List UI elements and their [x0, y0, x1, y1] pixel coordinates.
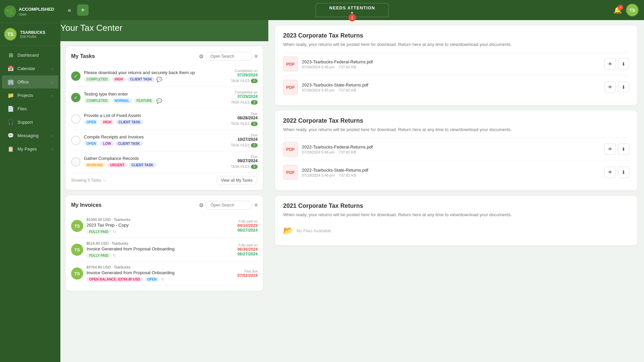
task-files: TASK FILES 0	[214, 143, 258, 147]
sidebar-item-projects[interactable]: 📁 Projects ›	[2, 89, 58, 102]
chevron-right-icon: ›	[52, 134, 53, 138]
table-row: Gather Compliance Records WORKING URGENT…	[71, 151, 258, 173]
filter-icon[interactable]: ⚙	[199, 202, 204, 208]
list-item: TS $1040.00 USD · Tsarbucks 2023 Tax Pre…	[71, 214, 258, 238]
table-row: ✓ Please download your returns and secur…	[71, 65, 258, 87]
priority-badge: URGENT	[107, 163, 127, 168]
download-button[interactable]: ⬇	[618, 143, 629, 155]
chevron-right-icon: ›	[52, 67, 53, 71]
invoice-meta: Fully paid on 06/30/2024 06/27/2024	[217, 243, 258, 256]
invoice-title: Invoice Generated from Proposal Onboardi…	[87, 270, 214, 275]
view-button[interactable]: 👁	[604, 81, 616, 93]
sidebar-item-files[interactable]: 📄 Files	[2, 102, 58, 115]
avatar: TS	[71, 220, 83, 232]
avatar: TS	[4, 28, 17, 41]
task-status-icon[interactable]	[71, 136, 80, 145]
pdf-info: 2023-Tsarbucks-Federal-Returns.pdf 07/29…	[302, 59, 600, 69]
tag-badge: CLIENT TASK	[115, 141, 143, 146]
sidebar-item-support[interactable]: 🎧 Support	[2, 116, 58, 129]
calendar-icon: 📅	[7, 65, 14, 72]
task-status-icon[interactable]	[71, 114, 80, 124]
refresh-icon[interactable]: ↻	[113, 253, 116, 258]
mypages-icon: 📋	[7, 146, 14, 152]
tasks-card-title: My Tasks	[71, 53, 95, 59]
folder-icon: 📂	[283, 226, 293, 235]
invoices-card-header: My Invoices ⚙ ≡	[71, 201, 258, 209]
office-icon: 🏢	[7, 79, 14, 85]
refresh-icon[interactable]: ↻	[161, 277, 164, 282]
task-title: Gather Compliance Records	[84, 156, 211, 161]
app-logo: 🌿 ACCOMPLISHED cpas	[0, 0, 60, 23]
tasks-search-input[interactable]	[206, 52, 253, 61]
download-button[interactable]: ⬇	[618, 58, 629, 70]
task-files: TASK FILES 0	[214, 100, 258, 105]
view-all-tasks-button[interactable]: View all My Tasks	[216, 176, 258, 185]
task-date: 08/28/2024	[214, 116, 258, 120]
paid-label: Fully paid on	[217, 243, 258, 247]
support-icon: 🎧	[7, 119, 14, 125]
filter-icon[interactable]: ⚙	[199, 53, 204, 60]
task-files: TASK FILES 0	[214, 165, 258, 169]
tax-section-desc: When ready, your returns will be posted …	[283, 127, 629, 132]
invoice-badges: FULLY PAID ↻	[87, 229, 214, 234]
tag-badge: CLIENT TASK	[116, 120, 143, 125]
edit-profile-link[interactable]: Edit Profile	[20, 35, 45, 39]
task-status-icon[interactable]: ✓	[71, 93, 80, 102]
sidebar-item-label: Projects	[17, 93, 33, 98]
task-badges: OPEN LOW CLIENT TASK	[84, 141, 211, 146]
task-status-icon[interactable]: ✓	[71, 71, 80, 81]
priority-badge: HIGH	[112, 77, 126, 82]
pdf-icon: PDF	[283, 80, 298, 95]
notification-button[interactable]: 🔔 4	[613, 6, 622, 14]
pdf-name: 2022-Tsarbucks-State-Returns.pdf	[302, 168, 600, 173]
invoice-meta: Fully paid on 04/10/2023 06/27/2024	[217, 220, 258, 233]
topbar-avatar[interactable]: TS	[626, 4, 639, 16]
invoices-search-input[interactable]	[206, 201, 253, 209]
app-sub: cpas	[19, 12, 54, 16]
app-name: ACCOMPLISHED	[19, 7, 54, 12]
pdf-row: PDF 2022-Tsarbucks-State-Returns.pdf 07/…	[283, 161, 629, 184]
download-button[interactable]: ⬇	[618, 81, 629, 93]
invoice-title: 2023 Tax Prep - Copy	[87, 223, 214, 228]
page-title: Your Tax Center	[60, 20, 268, 37]
view-button[interactable]: 👁	[604, 167, 616, 178]
task-files-label: TASK FILES	[231, 143, 250, 147]
sort-icon[interactable]: ≡	[255, 53, 258, 59]
view-button[interactable]: 👁	[604, 58, 616, 70]
sidebar-item-messaging[interactable]: 💬 Messaging ›	[2, 129, 58, 142]
pdf-meta: 07/29/2024 5:45 pm 737.82 KB	[302, 65, 600, 69]
task-status-icon[interactable]	[71, 157, 80, 167]
completed-label: Completed on	[214, 69, 258, 73]
files-icon: 📄	[7, 106, 14, 112]
invoice-content: $1040.00 USD · Tsarbucks 2023 Tax Prep -…	[87, 218, 214, 234]
sort-icon[interactable]: ≡	[255, 202, 258, 208]
download-button[interactable]: ⬇	[618, 167, 629, 178]
messaging-icon: 💬	[7, 132, 14, 139]
view-button[interactable]: 👁	[604, 143, 616, 155]
sidebar-item-office[interactable]: 🏢 Office ›	[2, 75, 58, 88]
sidebar-item-calendar[interactable]: 📅 Calendar ›	[2, 62, 58, 75]
topbar: « + NEEDS ATTENTION ▼ ! 🔔 4 TS	[60, 0, 644, 20]
task-meta: Due 10/27/2024 TASK FILES 0	[214, 133, 258, 147]
user-profile[interactable]: TS TSARBUCKS Edit Profile	[0, 23, 60, 46]
needs-attention-badge: !	[348, 14, 356, 21]
sidebar-item-dashboard[interactable]: ⊞ Dashboard	[2, 49, 58, 62]
task-badges: COMPLETED NORMAL FEATURE 💬	[84, 98, 211, 104]
task-content: Please download your returns and securel…	[84, 70, 211, 82]
collapse-icon[interactable]: «	[66, 5, 73, 16]
main-area: « + NEEDS ATTENTION ▼ ! 🔔 4 TS Your Tax …	[60, 0, 644, 362]
due-label: Due	[214, 133, 258, 137]
chat-icon[interactable]: 💬	[156, 77, 162, 82]
invoice-content: $3764.80 USD · Tsarbucks Invoice Generat…	[87, 265, 214, 282]
open-balance-badge: OPEN BALANCE: $3764.80 USD	[87, 277, 143, 282]
tax-section-desc: When ready, your returns will be posted …	[283, 212, 629, 217]
pdf-meta: 07/29/2024 5:45 pm 737.82 KB	[302, 88, 600, 92]
tasks-card-header: My Tasks ⚙ ≡	[71, 52, 258, 61]
add-button[interactable]: +	[77, 4, 89, 16]
chat-icon[interactable]: 💬	[156, 98, 162, 104]
sidebar-item-mypages[interactable]: 📋 My Pages ›	[2, 142, 58, 156]
task-date: 07/29/2024	[214, 94, 258, 99]
task-date: 10/27/2024	[214, 137, 258, 142]
refresh-icon[interactable]: ↻	[113, 229, 116, 234]
due-label: Due	[214, 155, 258, 159]
